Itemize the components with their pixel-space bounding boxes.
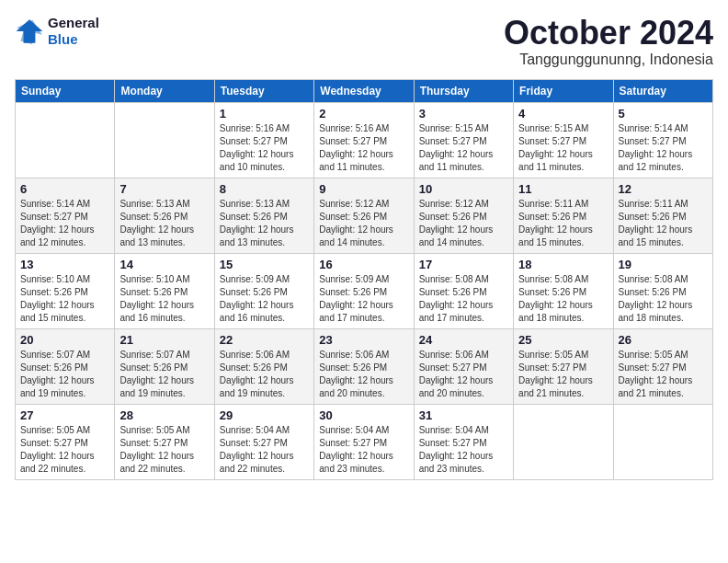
day-info: Sunrise: 5:05 AM Sunset: 5:27 PM Dayligh… (119, 424, 209, 476)
day-cell (16, 102, 115, 178)
day-cell: 30Sunrise: 5:04 AM Sunset: 5:27 PM Dayli… (314, 404, 414, 479)
day-info: Sunrise: 5:15 AM Sunset: 5:27 PM Dayligh… (518, 122, 608, 174)
weekday-header-wednesday: Wednesday (314, 79, 414, 102)
logo-icon (15, 17, 44, 46)
day-info: Sunrise: 5:11 AM Sunset: 5:26 PM Dayligh… (619, 198, 708, 249)
day-cell (115, 102, 214, 178)
day-number: 13 (20, 258, 109, 271)
day-number: 31 (419, 408, 508, 422)
day-number: 20 (20, 333, 109, 347)
day-cell: 1Sunrise: 5:16 AM Sunset: 5:27 PM Daylig… (214, 102, 313, 178)
day-number: 30 (319, 408, 408, 422)
day-number: 8 (220, 182, 309, 196)
day-info: Sunrise: 5:06 AM Sunset: 5:26 PM Dayligh… (319, 349, 408, 400)
day-cell: 27Sunrise: 5:05 AM Sunset: 5:27 PM Dayli… (16, 404, 115, 479)
day-number: 6 (20, 182, 109, 196)
day-info: Sunrise: 5:05 AM Sunset: 5:27 PM Dayligh… (518, 349, 608, 400)
day-cell: 6Sunrise: 5:14 AM Sunset: 5:27 PM Daylig… (16, 178, 115, 253)
day-cell: 17Sunrise: 5:08 AM Sunset: 5:26 PM Dayli… (414, 253, 513, 328)
day-number: 12 (619, 182, 708, 196)
day-cell (514, 404, 613, 479)
day-cell: 14Sunrise: 5:10 AM Sunset: 5:26 PM Dayli… (115, 253, 214, 328)
day-info: Sunrise: 5:09 AM Sunset: 5:26 PM Dayligh… (319, 273, 408, 325)
day-number: 1 (220, 107, 309, 121)
day-number: 27 (20, 408, 109, 422)
day-number: 18 (518, 258, 608, 271)
weekday-header-row: SundayMondayTuesdayWednesdayThursdayFrid… (16, 79, 713, 102)
day-cell: 8Sunrise: 5:13 AM Sunset: 5:26 PM Daylig… (214, 178, 313, 253)
week-row-3: 13Sunrise: 5:10 AM Sunset: 5:26 PM Dayli… (16, 253, 713, 328)
week-row-1: 1Sunrise: 5:16 AM Sunset: 5:27 PM Daylig… (16, 102, 713, 178)
day-cell: 31Sunrise: 5:04 AM Sunset: 5:27 PM Dayli… (414, 404, 513, 479)
logo: General Blue (15, 15, 99, 48)
day-cell: 19Sunrise: 5:08 AM Sunset: 5:26 PM Dayli… (613, 253, 712, 328)
day-info: Sunrise: 5:08 AM Sunset: 5:26 PM Dayligh… (619, 273, 708, 325)
day-number: 5 (619, 107, 708, 121)
day-info: Sunrise: 5:05 AM Sunset: 5:27 PM Dayligh… (20, 424, 109, 476)
day-info: Sunrise: 5:07 AM Sunset: 5:26 PM Dayligh… (119, 349, 209, 400)
day-cell: 24Sunrise: 5:06 AM Sunset: 5:27 PM Dayli… (414, 328, 513, 404)
page-header: General Blue October 2024 Tanggunggununn… (15, 15, 713, 68)
day-info: Sunrise: 5:16 AM Sunset: 5:27 PM Dayligh… (319, 122, 408, 174)
day-number: 15 (220, 258, 309, 271)
day-number: 22 (220, 333, 309, 347)
weekday-header-thursday: Thursday (414, 79, 513, 102)
day-cell (613, 404, 712, 479)
day-cell: 12Sunrise: 5:11 AM Sunset: 5:26 PM Dayli… (613, 178, 712, 253)
calendar-title-block: October 2024 Tanggunggununng, Indonesia (504, 15, 713, 68)
week-row-4: 20Sunrise: 5:07 AM Sunset: 5:26 PM Dayli… (16, 328, 713, 404)
day-number: 2 (319, 107, 408, 121)
day-info: Sunrise: 5:14 AM Sunset: 5:27 PM Dayligh… (20, 198, 109, 249)
day-cell: 26Sunrise: 5:05 AM Sunset: 5:27 PM Dayli… (613, 328, 712, 404)
day-info: Sunrise: 5:14 AM Sunset: 5:27 PM Dayligh… (619, 122, 708, 174)
day-info: Sunrise: 5:04 AM Sunset: 5:27 PM Dayligh… (319, 424, 408, 476)
day-cell: 2Sunrise: 5:16 AM Sunset: 5:27 PM Daylig… (314, 102, 414, 178)
day-cell: 15Sunrise: 5:09 AM Sunset: 5:26 PM Dayli… (214, 253, 313, 328)
day-cell: 3Sunrise: 5:15 AM Sunset: 5:27 PM Daylig… (414, 102, 513, 178)
day-cell: 22Sunrise: 5:06 AM Sunset: 5:26 PM Dayli… (214, 328, 313, 404)
day-info: Sunrise: 5:12 AM Sunset: 5:26 PM Dayligh… (319, 198, 408, 249)
day-info: Sunrise: 5:05 AM Sunset: 5:27 PM Dayligh… (619, 349, 708, 400)
day-info: Sunrise: 5:13 AM Sunset: 5:26 PM Dayligh… (220, 198, 309, 249)
day-cell: 23Sunrise: 5:06 AM Sunset: 5:26 PM Dayli… (314, 328, 414, 404)
day-cell: 21Sunrise: 5:07 AM Sunset: 5:26 PM Dayli… (115, 328, 214, 404)
day-info: Sunrise: 5:06 AM Sunset: 5:27 PM Dayligh… (419, 349, 508, 400)
weekday-header-friday: Friday (514, 79, 613, 102)
day-number: 26 (619, 333, 708, 347)
day-cell: 29Sunrise: 5:04 AM Sunset: 5:27 PM Dayli… (214, 404, 313, 479)
day-info: Sunrise: 5:09 AM Sunset: 5:26 PM Dayligh… (220, 273, 309, 325)
day-info: Sunrise: 5:10 AM Sunset: 5:26 PM Dayligh… (20, 273, 109, 325)
day-number: 11 (518, 182, 608, 196)
day-number: 29 (220, 408, 309, 422)
day-info: Sunrise: 5:10 AM Sunset: 5:26 PM Dayligh… (119, 273, 209, 325)
day-cell: 13Sunrise: 5:10 AM Sunset: 5:26 PM Dayli… (16, 253, 115, 328)
day-cell: 11Sunrise: 5:11 AM Sunset: 5:26 PM Dayli… (514, 178, 613, 253)
day-number: 7 (119, 182, 209, 196)
day-info: Sunrise: 5:16 AM Sunset: 5:27 PM Dayligh… (220, 122, 309, 174)
day-info: Sunrise: 5:12 AM Sunset: 5:26 PM Dayligh… (419, 198, 508, 249)
day-info: Sunrise: 5:07 AM Sunset: 5:26 PM Dayligh… (20, 349, 109, 400)
day-info: Sunrise: 5:08 AM Sunset: 5:26 PM Dayligh… (419, 273, 508, 325)
weekday-header-saturday: Saturday (613, 79, 712, 102)
day-cell: 28Sunrise: 5:05 AM Sunset: 5:27 PM Dayli… (115, 404, 214, 479)
day-cell: 20Sunrise: 5:07 AM Sunset: 5:26 PM Dayli… (16, 328, 115, 404)
calendar-table: SundayMondayTuesdayWednesdayThursdayFrid… (15, 79, 713, 480)
day-number: 19 (619, 258, 708, 271)
day-cell: 16Sunrise: 5:09 AM Sunset: 5:26 PM Dayli… (314, 253, 414, 328)
day-info: Sunrise: 5:08 AM Sunset: 5:26 PM Dayligh… (518, 273, 608, 325)
day-number: 28 (119, 408, 209, 422)
day-cell: 10Sunrise: 5:12 AM Sunset: 5:26 PM Dayli… (414, 178, 513, 253)
day-number: 14 (119, 258, 209, 271)
week-row-2: 6Sunrise: 5:14 AM Sunset: 5:27 PM Daylig… (16, 178, 713, 253)
day-number: 9 (319, 182, 408, 196)
day-number: 21 (119, 333, 209, 347)
weekday-header-tuesday: Tuesday (214, 79, 313, 102)
weekday-header-sunday: Sunday (16, 79, 115, 102)
day-info: Sunrise: 5:06 AM Sunset: 5:26 PM Dayligh… (220, 349, 309, 400)
day-number: 16 (319, 258, 408, 271)
location: Tanggunggununng, Indonesia (504, 52, 713, 68)
day-info: Sunrise: 5:15 AM Sunset: 5:27 PM Dayligh… (419, 122, 508, 174)
day-cell: 9Sunrise: 5:12 AM Sunset: 5:26 PM Daylig… (314, 178, 414, 253)
day-cell: 25Sunrise: 5:05 AM Sunset: 5:27 PM Dayli… (514, 328, 613, 404)
day-cell: 18Sunrise: 5:08 AM Sunset: 5:26 PM Dayli… (514, 253, 613, 328)
